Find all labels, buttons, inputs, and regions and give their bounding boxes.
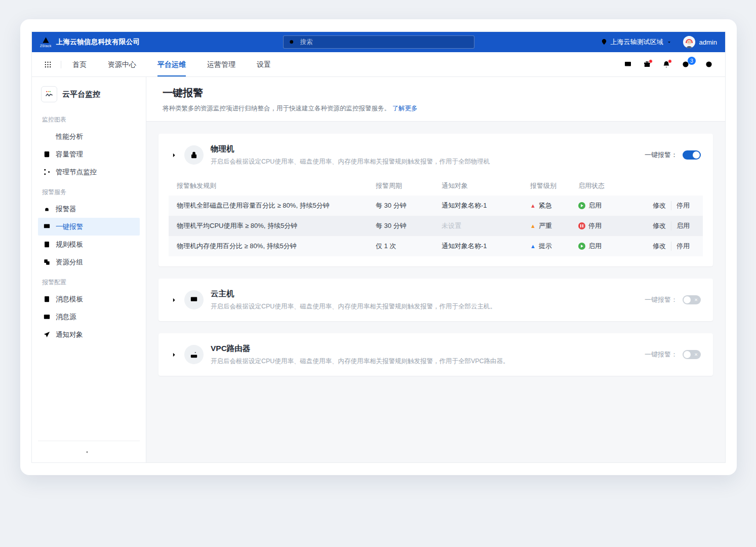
card-title: 物理机 <box>211 144 490 154</box>
sidebar-collapse-icon[interactable] <box>85 448 93 456</box>
card-physical-machine-header: 物理机 开启后会根据设定CPU使用率、磁盘使用率、内存使用率相关报警规则触发报警… <box>158 134 713 176</box>
vm-icon <box>184 290 204 309</box>
cell-notify: 未设置 <box>442 221 530 230</box>
modify-action[interactable]: 修改 <box>648 221 671 230</box>
onekey-toggle[interactable]: ✕ <box>683 350 701 359</box>
app-window: ZStack 上海云轴信息科技有限公司 上海云轴测试区域 <box>31 31 726 463</box>
sidebar-item-performance[interactable]: 性能分析 <box>38 128 140 145</box>
sidebar: 云平台监控 监控图表 性能分析 容量管理 管理节点监控 <box>32 77 146 462</box>
nav-item-operation-mgmt[interactable]: 运营管理 <box>207 52 235 76</box>
bell-badge-dot <box>668 59 672 63</box>
gift-badge-dot <box>649 59 653 63</box>
nav-item-settings[interactable]: 设置 <box>257 52 271 76</box>
global-search[interactable] <box>283 35 474 49</box>
console-screen-icon[interactable] <box>624 60 632 68</box>
sidebar-item-onekey-alarm[interactable]: 一键报警 <box>38 218 140 236</box>
page-content: 物理机 开启后会根据设定CPU使用率、磁盘使用率、内存使用率相关报警规则触发报警… <box>146 122 725 462</box>
bar-chart-icon <box>43 133 51 140</box>
username: admin <box>699 38 717 46</box>
state-enabled-icon <box>578 202 585 209</box>
nodes-icon <box>43 168 51 176</box>
siren-icon <box>43 205 51 213</box>
onekey-toggle-group: 一键报警： <box>632 150 701 160</box>
card-vm-header: 云主机 开启后会根据设定CPU使用率、磁盘使用率、内存使用率相关报警规则触发报警… <box>158 279 713 321</box>
level-label: 紧急 <box>539 201 552 210</box>
nav-item-platform-ops[interactable]: 平台运维 <box>157 52 186 76</box>
table-header-row: 报警触发规则 报警周期 通知对象 报警级别 启用状态 <box>169 176 703 196</box>
nav-items: 首页 资源中心 平台运维 运营管理 设置 <box>72 52 271 76</box>
product-title: 云平台监控 <box>62 90 100 99</box>
search-icon <box>289 39 295 46</box>
group-label-alarm-config: 报警配置 <box>42 278 136 287</box>
table-row: 物理机平均CPU使用率 ≥ 80%, 持续5分钟 每 30 分钟 未设置 ▲ 严… <box>169 216 703 236</box>
sidebar-item-alarms[interactable]: 报警器 <box>38 200 140 218</box>
table-row: 物理机全部磁盘已使用容量百分比 ≥ 80%, 持续5分钟 每 30 分钟 通知对… <box>169 196 703 216</box>
search-input[interactable] <box>299 38 469 46</box>
sidebar-item-node-monitor[interactable]: 管理节点监控 <box>38 163 140 181</box>
location-pin-icon <box>601 38 608 46</box>
task-record-icon[interactable]: 3 <box>682 60 690 68</box>
onekey-toggle[interactable] <box>683 150 701 160</box>
page-description-text: 将种类繁多的资源监控项进行归纳整合，用于快速建立各种资源的监控报警服务。 <box>163 105 390 112</box>
cell-period: 每 30 分钟 <box>376 201 442 210</box>
sidebar-item-label: 性能分析 <box>56 132 83 141</box>
monitor-app-icon <box>41 86 57 102</box>
disable-action[interactable]: 停用 <box>671 201 695 210</box>
cell-actions: 修改 停用 <box>631 201 695 210</box>
card-vm: 云主机 开启后会根据设定CPU使用率、磁盘使用率、内存使用率相关报警规则触发报警… <box>158 279 713 321</box>
enable-action[interactable]: 启用 <box>671 221 695 230</box>
sidebar-item-message-template[interactable]: 消息模板 <box>38 290 140 308</box>
learn-more-link[interactable]: 了解更多 <box>392 105 417 112</box>
help-icon[interactable] <box>705 60 713 68</box>
region-selector[interactable]: 上海云轴测试区域 <box>601 37 672 47</box>
cell-period: 仅 1 次 <box>376 242 442 251</box>
book-icon <box>43 150 51 158</box>
col-header-state: 启用状态 <box>578 181 631 190</box>
cell-state: 停用 <box>578 221 631 230</box>
nav-divider <box>61 61 61 68</box>
gift-icon[interactable] <box>643 60 651 68</box>
nav-right-icons: 3 <box>624 60 713 68</box>
sidebar-item-rule-template[interactable]: 规则模板 <box>38 236 140 253</box>
sidebar-item-resource-group[interactable]: 资源分组 <box>38 253 140 271</box>
disable-action[interactable]: 停用 <box>671 242 695 251</box>
onekey-toggle[interactable]: ✕ <box>683 295 701 304</box>
page-title: 一键报警 <box>163 86 709 100</box>
sidebar-item-notify-object[interactable]: 通知对象 <box>38 326 140 343</box>
user-menu[interactable]: admin <box>683 36 717 48</box>
sidebar-item-label: 报警器 <box>56 205 76 214</box>
cell-level: ▲ 提示 <box>530 242 578 251</box>
nav-item-home[interactable]: 首页 <box>72 52 87 76</box>
alarm-level-icon: ▲ <box>530 203 536 209</box>
sidebar-item-message-source[interactable]: 消息源 <box>38 308 140 326</box>
cell-level: ▲ 严重 <box>530 221 578 230</box>
region-name: 上海云轴测试区域 <box>611 37 663 47</box>
card-vpc-router-header: VPC路由器 开启后会根据设定CPU使用率、磁盘使用率、内存使用率相关报警规则触… <box>158 333 713 376</box>
sidebar-item-label: 一键报警 <box>56 222 83 231</box>
sidebar-item-capacity[interactable]: 容量管理 <box>38 145 140 163</box>
expand-chevron-icon[interactable] <box>171 152 177 159</box>
onekey-toggle-label: 一键报警： <box>645 150 678 160</box>
brand: ZStack 上海云轴信息科技有限公司 <box>40 36 140 48</box>
expand-chevron-icon[interactable] <box>171 351 177 358</box>
state-disabled-icon <box>578 222 585 229</box>
card-vpc-router: VPC路由器 开启后会根据设定CPU使用率、磁盘使用率、内存使用率相关报警规则触… <box>158 333 713 376</box>
expand-chevron-icon[interactable] <box>171 297 177 303</box>
modify-action[interactable]: 修改 <box>648 242 671 251</box>
card-title: VPC路由器 <box>211 343 509 354</box>
product-header: 云平台监控 <box>38 85 140 108</box>
cell-rule: 物理机内存使用百分比 ≥ 80%, 持续5分钟 <box>177 242 376 251</box>
nav-item-resource-center[interactable]: 资源中心 <box>108 52 136 76</box>
col-header-period: 报警周期 <box>376 181 442 190</box>
group-icon <box>43 258 51 266</box>
physical-machine-icon <box>184 145 204 165</box>
cell-state: 启用 <box>578 242 631 251</box>
apps-grid-icon[interactable] <box>44 61 52 68</box>
col-header-notify: 通知对象 <box>442 181 530 190</box>
modify-action[interactable]: 修改 <box>648 201 671 210</box>
send-icon <box>43 331 51 338</box>
bell-icon[interactable] <box>662 60 670 68</box>
cell-rule: 物理机平均CPU使用率 ≥ 80%, 持续5分钟 <box>177 221 376 230</box>
group-label-charts: 监控图表 <box>42 115 136 124</box>
sidebar-footer <box>38 441 140 462</box>
